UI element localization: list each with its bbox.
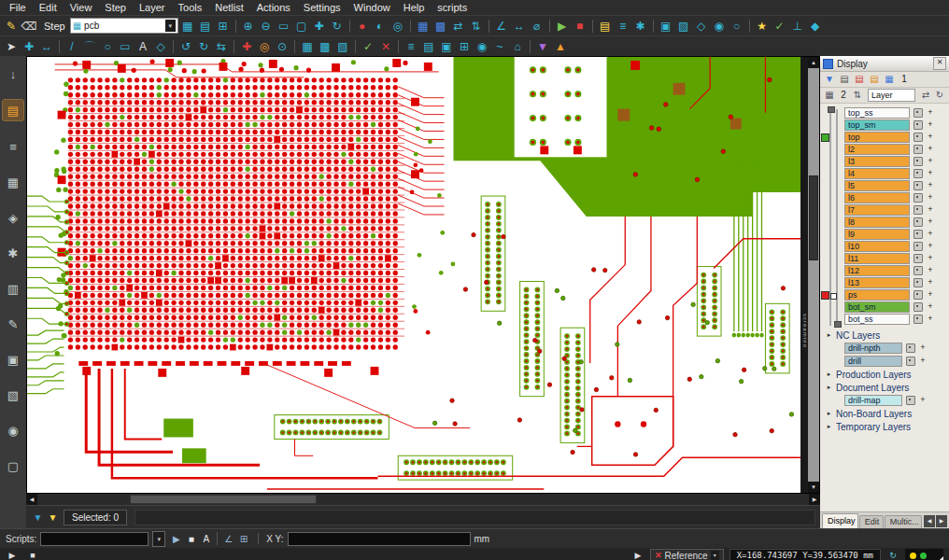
bottom-side-indicator[interactable] (821, 291, 829, 300)
run-scripts-icon[interactable]: ▶ (169, 532, 183, 546)
pan-icon[interactable]: ✚ (311, 18, 328, 35)
reference-selector[interactable]: ✕ Reference ▾ (650, 549, 724, 560)
report-list-icon[interactable]: ▧ (3, 385, 23, 405)
menu-window[interactable]: Window (348, 1, 396, 14)
layer-lock-icon[interactable] (914, 133, 923, 142)
library-icon[interactable]: ▥ (3, 278, 23, 299)
snap-grid-icon[interactable]: ▩ (432, 18, 449, 35)
measure-angle-icon[interactable]: ∠ (493, 18, 510, 35)
status-widget[interactable] (905, 549, 943, 560)
menu-settings[interactable]: Settings (298, 1, 347, 14)
horizontal-scrollbar[interactable]: ◀ ▶ (26, 494, 820, 505)
layer-row-l13[interactable]: l13+ (844, 276, 947, 288)
origin-icon[interactable]: ◎ (390, 18, 406, 35)
zoom-in-icon[interactable]: ⊕ (240, 18, 257, 35)
count-badge[interactable]: 2 (837, 89, 850, 102)
layers-all-icon[interactable]: ▤ (838, 73, 851, 86)
tables-icon[interactable]: ▤ (420, 38, 437, 55)
pad-editor-icon[interactable]: ◉ (711, 18, 728, 35)
section-production-layers[interactable]: ▸Production Layers (826, 368, 947, 381)
horizontal-scroll-track[interactable] (37, 494, 809, 505)
layer-name[interactable]: top_sm (844, 119, 910, 131)
menu-netlist[interactable]: Netlist (209, 1, 249, 14)
section-nc-layers[interactable]: ▸NC Layers (826, 329, 947, 342)
layer-add-icon[interactable]: + (927, 266, 934, 274)
refresh-coords-icon[interactable]: ↻ (886, 551, 899, 560)
datum-point-icon[interactable]: ◎ (256, 38, 273, 55)
info-icon[interactable]: ◆ (807, 18, 824, 35)
filter-funnel-icon[interactable]: ▼ (823, 73, 836, 86)
layer-name[interactable]: drill (844, 356, 902, 367)
layer-lock-icon[interactable] (914, 193, 923, 203)
layer-name[interactable]: l5 (844, 180, 910, 191)
layer-add-icon[interactable]: + (927, 254, 934, 262)
layer-row-l7[interactable]: l7+ (844, 203, 947, 216)
layer-lock-icon[interactable] (914, 169, 923, 178)
layer-add-icon[interactable]: + (919, 396, 927, 404)
layer-add-icon[interactable]: + (927, 230, 934, 238)
section-temporary-layers[interactable]: ▸Temporary Layers (826, 420, 947, 433)
set-origin-icon[interactable]: ✚ (238, 38, 255, 55)
menu-edit[interactable]: Edit (34, 1, 63, 14)
toggle-contrast-icon[interactable]: ◐ (372, 18, 389, 35)
layer-name[interactable]: l9 (844, 229, 910, 240)
side-slider-handle-top[interactable] (828, 106, 835, 113)
layer-name[interactable]: l6 (844, 192, 910, 203)
top-side-indicator[interactable] (821, 133, 829, 142)
layer-lock-icon[interactable] (914, 205, 923, 215)
layer-lock-icon[interactable] (914, 108, 923, 118)
layer-name[interactable]: l3 (844, 156, 910, 167)
edit-pencil-icon[interactable]: ✎ (3, 18, 20, 35)
tab-scroll-right-icon[interactable]: ▶ (936, 515, 947, 527)
zoom-out-icon[interactable]: ⊖ (258, 18, 275, 35)
add-step-icon[interactable]: ⊞ (215, 18, 232, 35)
menu-view[interactable]: View (64, 1, 98, 14)
layer-add-icon[interactable]: + (927, 242, 934, 250)
layer-lock-icon[interactable] (914, 315, 923, 324)
layer-add-icon[interactable]: + (927, 120, 934, 129)
outline-mode-icon[interactable]: ◇ (693, 18, 710, 35)
step-list-icon[interactable]: ▤ (197, 18, 214, 35)
layer-add-icon[interactable]: + (927, 157, 934, 165)
layer-name[interactable]: l2 (844, 144, 910, 155)
hatch-view-icon[interactable]: ▨ (675, 18, 692, 35)
layer-name[interactable]: l10 (844, 241, 910, 252)
layer-row-ps[interactable]: ps+ (844, 288, 947, 301)
sort-icon[interactable]: ⇅ (851, 89, 864, 102)
zoom-window-icon[interactable]: ▢ (293, 18, 310, 35)
select-arrow-icon[interactable]: ➤ (3, 38, 20, 55)
flash-tool-icon[interactable]: ◉ (474, 38, 490, 55)
redraw-icon[interactable]: ↻ (329, 18, 346, 35)
add-pad-icon[interactable]: ⊞ (456, 38, 473, 55)
scroll-up-icon[interactable]: ▲ (808, 57, 819, 68)
layer-name[interactable]: drill-npth (844, 343, 902, 354)
layer-row-l5[interactable]: l5+ (844, 179, 947, 191)
filter-edit-icon[interactable]: ▼ (46, 511, 60, 525)
layer-name[interactable]: l12 (844, 265, 910, 276)
capture-icon[interactable]: ▣ (658, 18, 674, 35)
flip-board-icon[interactable]: ⇅ (468, 18, 485, 35)
layer-row-top_ss[interactable]: top_ss+ (844, 106, 947, 119)
layers-orange-icon[interactable]: ▤ (868, 73, 881, 86)
swap-layers-icon[interactable]: ⇄ (450, 18, 467, 35)
rotate-cw-icon[interactable]: ↻ (195, 38, 212, 55)
layer-name[interactable]: drill-map (844, 395, 902, 406)
layer-name[interactable]: l11 (844, 253, 910, 264)
monitor-icon[interactable]: ▢ (3, 455, 23, 476)
snap-xy-icon[interactable]: ⊞ (236, 532, 250, 546)
report-icon[interactable]: ▤ (597, 18, 614, 35)
layer-name[interactable]: l4 (844, 168, 910, 179)
filter-funnel-icon[interactable]: ▼ (31, 511, 45, 525)
user-icon[interactable]: ◉ (3, 420, 23, 441)
layer-row-bot_ss[interactable]: bot_ss+ (844, 313, 947, 325)
layer-lock-icon[interactable] (914, 120, 923, 130)
rect-tool-icon[interactable]: ▭ (117, 38, 134, 55)
stop-icon[interactable]: ■ (26, 551, 39, 560)
side-slider-handle-bottom[interactable] (834, 321, 842, 328)
reference-play-icon[interactable]: ▶ (631, 551, 644, 560)
drc-check-icon[interactable]: ✓ (772, 18, 788, 35)
menu-help[interactable]: Help (398, 1, 431, 14)
layer-row-l8[interactable]: l8+ (844, 216, 947, 228)
layer-row-drill[interactable]: drill+ (844, 355, 947, 367)
marker-icon[interactable]: ▼ (534, 38, 551, 55)
